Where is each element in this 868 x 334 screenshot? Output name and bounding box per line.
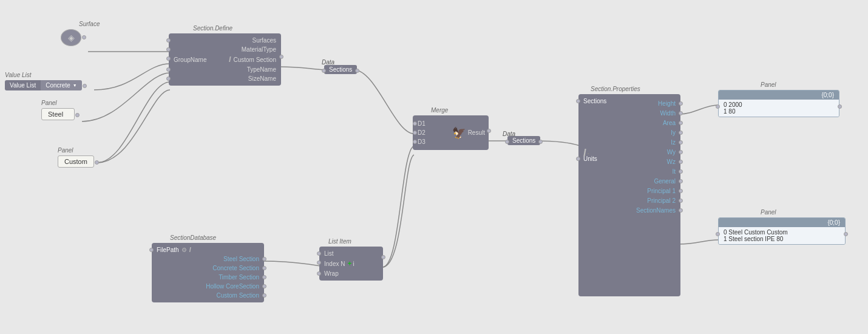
value-list-node[interactable]: Value List Value List Concrete ▼	[5, 80, 82, 90]
index-i-label: i	[353, 261, 354, 267]
merge-result-port	[487, 129, 491, 133]
db-hollow-port	[262, 284, 266, 288]
surfaces-port-left	[166, 38, 171, 43]
surface-port-right	[82, 35, 86, 39]
merge-d3-port	[413, 140, 417, 144]
db-custom-section-row: Custom Section	[152, 291, 264, 300]
props-area-row: Area	[578, 118, 680, 128]
merge-d2-row: D2	[415, 128, 446, 137]
merge-title: Merge	[431, 107, 448, 114]
panel-sn-value-1: 1 Steel section IPE 80	[724, 236, 840, 242]
db-steel-section-row: Steel Section	[152, 254, 264, 264]
sections-button-2[interactable]: Sections	[507, 136, 540, 145]
db-concrete-port	[262, 266, 266, 270]
db-custom-port	[262, 293, 266, 298]
props-height-port	[679, 101, 683, 106]
sections-port-left-2	[505, 140, 509, 144]
panel-height-port-left	[716, 104, 720, 109]
li-output-port	[381, 255, 385, 259]
props-wy-row: Wy	[578, 148, 680, 157]
section-define-title: Section.Define	[193, 25, 232, 32]
props-iz-row: Iz	[578, 138, 680, 147]
li-list-port	[317, 251, 321, 256]
panel-custom-port-right	[95, 160, 99, 165]
sections-button-1[interactable]: Sections	[324, 65, 357, 74]
panel-sectionnames-header: {0;0}	[719, 218, 845, 227]
db-hollow-section-row: Hollow CoreSection	[152, 282, 264, 291]
value-list-value: Concrete	[46, 82, 70, 89]
i-beam-icon: I	[229, 55, 231, 64]
panel-sectionnames-node: Panel {0;0} 0 Steel Custom Custom 1 Stee…	[718, 217, 846, 245]
props-principal2-row: Principal 2	[578, 196, 680, 205]
section-props-node: Section.Properties Sections Units Height…	[578, 94, 680, 296]
panel-custom-node: Panel Custom	[58, 155, 94, 168]
props-general-row: General	[578, 177, 680, 186]
merge-d2-port	[413, 131, 417, 135]
value-list-value-part: Concrete ▼	[41, 80, 82, 90]
panel-height-port-right	[838, 104, 842, 109]
props-sectionnames-port	[679, 208, 683, 213]
materialtype-port-left	[166, 47, 171, 52]
panel-steel-box[interactable]: Steel	[41, 108, 75, 120]
section-db-node: SectionDatabase FilePath ⚙ I Steel Secti…	[152, 243, 264, 302]
panel-height-header: {0;0}	[719, 90, 839, 100]
props-it-row: It	[578, 167, 680, 176]
panel-custom-title: Panel	[58, 147, 73, 154]
li-wrap-row: Wrap	[319, 269, 383, 278]
panel-steel-title: Panel	[41, 100, 57, 106]
props-principal1-row: Principal 1	[578, 186, 680, 196]
section-db-title: SectionDatabase	[170, 234, 216, 241]
surface-node: Surface ◈	[61, 29, 81, 46]
merge-d1-port	[413, 121, 417, 126]
li-index-row: Index N + i	[319, 258, 383, 269]
db-timber-section-row: Timber Section	[152, 273, 264, 282]
props-sectionnames-row: SectionNames	[578, 206, 680, 215]
section-define-row-groupname: GroupName I Custom Section	[169, 54, 281, 65]
panel-height-content: 0 2000 1 80	[719, 100, 839, 117]
panel-sectionnames-content: 0 Steel Custom Custom 1 Steel section IP…	[719, 227, 845, 244]
db-timber-port	[262, 275, 266, 279]
section-define-row-typename: TypeName	[169, 65, 281, 74]
section-define-node: Section.Define Surfaces MaterialType Gro…	[169, 33, 281, 86]
props-it-port	[679, 169, 683, 174]
panel-steel-port-right	[75, 113, 80, 117]
surface-label: Surface	[79, 21, 100, 27]
merge-bird-icon: 🦅	[452, 126, 466, 140]
props-width-row: Width	[578, 109, 680, 118]
panel-sn-port-left	[716, 232, 720, 236]
custom-section-label: Custom Section	[233, 56, 276, 63]
props-height-row: Height	[578, 99, 680, 108]
list-item-title: List Item	[328, 238, 351, 245]
panel-height-value-1: 1 80	[724, 108, 834, 115]
panel-sectionnames-title: Panel	[761, 209, 776, 216]
db-steel-port	[262, 257, 266, 261]
panel-steel-node: Panel Steel	[41, 108, 75, 120]
props-principal1-port	[679, 189, 683, 193]
li-index-port	[317, 261, 321, 265]
list-item-node: List Item List Index N + i Wrap	[319, 247, 383, 281]
panel-custom-box[interactable]: Custom	[58, 155, 94, 168]
panel-steel-value: Steel	[48, 111, 63, 118]
section-props-title: Section.Properties	[591, 86, 640, 92]
props-wy-port	[679, 150, 683, 154]
sections-port-left-1	[322, 69, 326, 73]
groupname-port-left	[166, 56, 171, 61]
props-wz-row: Wz	[578, 157, 680, 166]
panel-sn-value-0: 0 Steel Custom Custom	[724, 229, 840, 236]
props-iy-row: Iy	[578, 128, 680, 137]
section-define-row-sizename: SizeName	[169, 74, 281, 83]
section-define-port-right	[279, 55, 283, 59]
section-define-row-surfaces: Surfaces	[169, 36, 281, 45]
db-icon: ⚙	[181, 247, 187, 253]
li-list-row: List	[319, 249, 383, 258]
surface-icon-container[interactable]: ◈	[61, 29, 81, 46]
db-ibeam-icon: I	[189, 247, 191, 253]
sections-port-right-1	[355, 69, 359, 73]
panel-custom-value: Custom	[64, 158, 87, 165]
props-principal2-port	[679, 199, 683, 203]
sections-port-right-2	[538, 140, 543, 144]
sizename-port-left	[166, 77, 171, 81]
value-list-title: Value List	[5, 72, 32, 78]
section-define-row-materialtype: MaterialType	[169, 45, 281, 54]
props-iy-port	[679, 131, 683, 135]
